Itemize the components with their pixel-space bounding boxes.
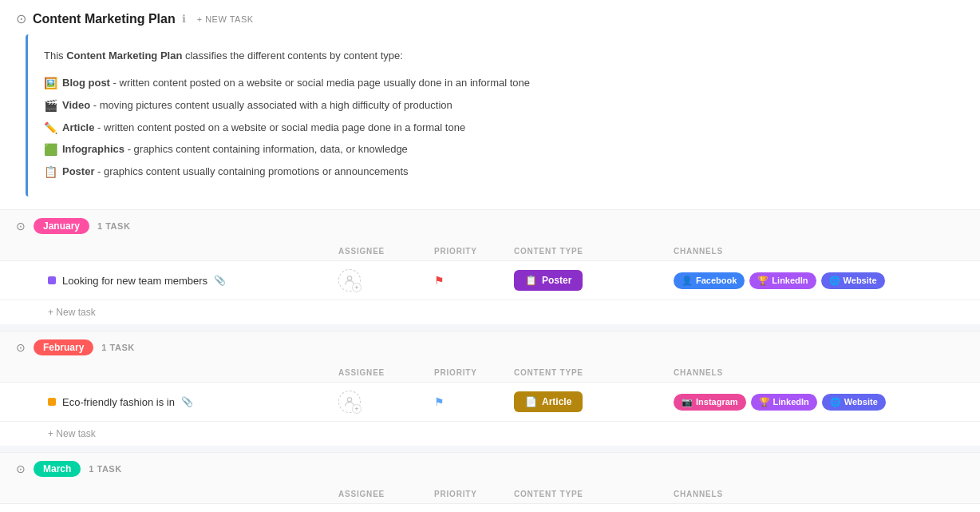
- desc-item-video: 🎬 Video - moving pictures content usuall…: [44, 95, 948, 117]
- content-badge-jan-1[interactable]: 📋 Poster: [514, 270, 583, 291]
- col-assignee-mar: ASSIGNEE: [338, 490, 434, 498]
- priority-feb-1: ⚑: [434, 395, 514, 408]
- table-row: "How's your experience?" review contest …: [0, 504, 980, 512]
- svg-point-0: [347, 276, 351, 280]
- website-icon: 🌐: [829, 276, 840, 286]
- col-priority-jan: PRIORITY: [434, 247, 514, 256]
- table-row: Looking for new team members 📎 + ⚑ 📋 Pos…: [0, 261, 980, 300]
- article-content-icon: 📄: [525, 396, 537, 407]
- poster-icon: 📋: [44, 163, 57, 182]
- description-intro: This Content Marketing Plan classifies t…: [44, 47, 948, 65]
- col-channels-feb: CHANNELS: [674, 368, 964, 377]
- svg-point-1: [347, 398, 351, 402]
- article-icon: ✏️: [44, 119, 57, 138]
- content-type-jan-1: 📋 Poster: [514, 270, 674, 291]
- priority-jan-1: ⚑: [434, 274, 514, 287]
- flag-icon-feb-1: ⚑: [434, 395, 445, 408]
- col-priority-mar: PRIORITY: [434, 490, 514, 498]
- col-content-type-jan: CONTENT TYPE: [514, 247, 674, 256]
- section-january: ⊙ January 1 TASK ASSIGNEE PRIORITY CONTE…: [0, 209, 980, 324]
- avatar-feb-1[interactable]: +: [338, 391, 361, 413]
- task-dot-jan-1: [48, 276, 56, 284]
- link-icon-feb-1: 📎: [181, 396, 193, 407]
- poster-content-icon: 📋: [525, 275, 537, 286]
- avatar-plus-icon[interactable]: +: [352, 404, 362, 414]
- table-row: Eco-friendly fashion is in 📎 + ⚑ 📄 Artic…: [0, 383, 980, 422]
- col-assignee-jan: ASSIGNEE: [338, 247, 434, 256]
- avatar-plus-icon[interactable]: +: [352, 283, 362, 292]
- desc-item-blogpost: 🖼️ Blog post - written content posted on…: [44, 73, 948, 95]
- col-priority-feb: PRIORITY: [434, 368, 514, 377]
- section-march: ⊙ March 1 TASK ASSIGNEE PRIORITY CONTENT…: [0, 452, 980, 512]
- instagram-icon: 📷: [682, 397, 693, 407]
- january-collapse-icon[interactable]: ⊙: [16, 220, 26, 232]
- section-header-march: ⊙ March 1 TASK: [0, 453, 980, 485]
- main-page: ⊙ Content Marketing Plan ℹ + NEW TASK Th…: [0, 0, 980, 512]
- section-header-february: ⊙ February 1 TASK: [0, 331, 980, 363]
- divider-feb-mar: [0, 446, 980, 452]
- march-badge: March: [34, 461, 81, 477]
- march-columns-header: ASSIGNEE PRIORITY CONTENT TYPE CHANNELS: [0, 485, 980, 504]
- new-task-feb[interactable]: + New task: [0, 422, 980, 446]
- assignee-jan-1[interactable]: +: [338, 269, 434, 292]
- channel-instagram-feb-1[interactable]: 📷 Instagram: [674, 394, 746, 411]
- video-icon: 🎬: [44, 97, 57, 116]
- channel-website-jan-1[interactable]: 🌐 Website: [821, 272, 885, 289]
- march-collapse-icon[interactable]: ⊙: [16, 462, 26, 475]
- section-february: ⊙ February 1 TASK ASSIGNEE PRIORITY CONT…: [0, 331, 980, 446]
- february-columns-header: ASSIGNEE PRIORITY CONTENT TYPE CHANNELS: [0, 363, 980, 383]
- task-name-jan-1: Looking for new team members 📎: [48, 275, 338, 287]
- description-list: 🖼️ Blog post - written content posted on…: [44, 73, 948, 184]
- channels-jan-1: 👤 Facebook 🏆 LinkedIn 🌐 Website: [674, 272, 964, 289]
- blogpost-icon: 🖼️: [44, 74, 57, 93]
- info-icon[interactable]: ℹ: [182, 13, 186, 25]
- collapse-icon[interactable]: ⊙: [16, 11, 26, 26]
- content-type-feb-1: 📄 Article: [514, 391, 674, 412]
- col-content-type-mar: CONTENT TYPE: [514, 490, 674, 498]
- page-title: Content Marketing Plan: [33, 12, 176, 26]
- assignee-feb-1[interactable]: +: [338, 391, 434, 413]
- section-header-january: ⊙ January 1 TASK: [0, 210, 980, 242]
- facebook-icon: 👤: [682, 276, 693, 286]
- col-content-type-feb: CONTENT TYPE: [514, 368, 674, 377]
- task-dot-feb-1: [48, 398, 56, 406]
- col-assignee-feb: ASSIGNEE: [338, 368, 434, 377]
- new-task-button[interactable]: + NEW TASK: [192, 13, 259, 26]
- website-icon: 🌐: [830, 397, 841, 407]
- page-header: ⊙ Content Marketing Plan ℹ + NEW TASK: [0, 0, 980, 34]
- content-badge-feb-1[interactable]: 📄 Article: [514, 391, 583, 412]
- avatar-jan-1[interactable]: +: [338, 269, 361, 292]
- infographics-icon: 🟩: [44, 141, 57, 160]
- channel-linkedin-feb-1[interactable]: 🏆 LinkedIn: [751, 394, 817, 411]
- channel-linkedin-jan-1[interactable]: 🏆 LinkedIn: [749, 272, 816, 289]
- divider-jan-feb: [0, 324, 980, 331]
- link-icon-jan-1: 📎: [214, 275, 226, 286]
- february-collapse-icon[interactable]: ⊙: [16, 341, 26, 354]
- february-badge: February: [34, 339, 93, 355]
- channels-feb-1: 📷 Instagram 🏆 LinkedIn 🌐 Website: [674, 394, 964, 411]
- new-task-jan[interactable]: + New task: [0, 300, 980, 324]
- desc-item-article: ✏️ Article - written content posted on a…: [44, 117, 948, 140]
- flag-icon-jan-1: ⚑: [434, 274, 445, 287]
- col-channels-jan: CHANNELS: [674, 247, 964, 256]
- desc-item-poster: 📋 Poster - graphics content usually cont…: [44, 161, 948, 184]
- march-task-count: 1 TASK: [89, 464, 121, 474]
- desc-item-infographics: 🟩 Infographics - graphics content contai…: [44, 139, 948, 161]
- description-block: This Content Marketing Plan classifies t…: [26, 34, 964, 196]
- january-badge: January: [34, 218, 89, 234]
- january-task-count: 1 TASK: [97, 221, 130, 231]
- channel-facebook-jan-1[interactable]: 👤 Facebook: [674, 272, 745, 289]
- linkedin-icon: 🏆: [757, 276, 769, 286]
- task-name-feb-1: Eco-friendly fashion is in 📎: [48, 396, 338, 408]
- col-channels-mar: CHANNELS: [674, 490, 964, 498]
- february-task-count: 1 TASK: [101, 343, 134, 352]
- january-columns-header: ASSIGNEE PRIORITY CONTENT TYPE CHANNELS: [0, 242, 980, 261]
- linkedin-icon: 🏆: [759, 397, 770, 407]
- channel-website-feb-1[interactable]: 🌐 Website: [822, 394, 886, 411]
